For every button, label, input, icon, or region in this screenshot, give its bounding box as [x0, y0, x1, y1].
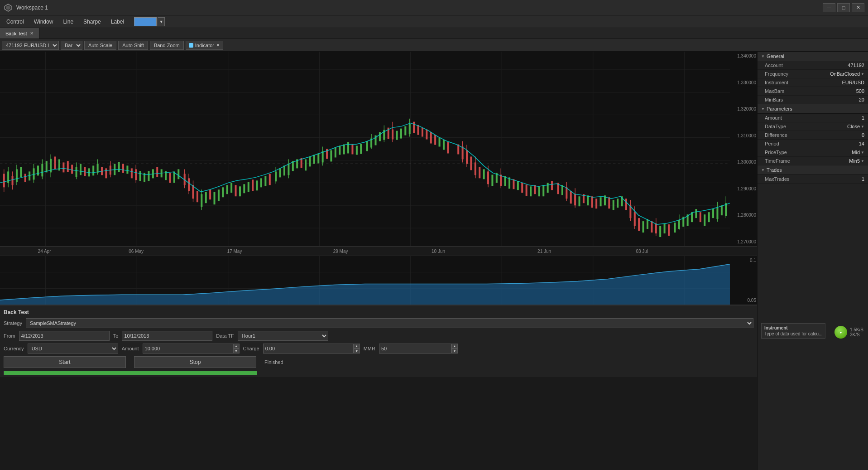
mmr-spin-up[interactable]: ▲	[451, 344, 458, 349]
strategy-label: Strategy	[4, 320, 22, 326]
charge-input[interactable]	[263, 344, 354, 354]
properties-panel: ▼ General Account 471192 Frequency OnBar…	[757, 52, 868, 470]
data-tf-select[interactable]: Hour1	[238, 331, 328, 341]
charge-spinner[interactable]: ▲ ▼	[263, 344, 360, 354]
svg-rect-41	[67, 161, 69, 172]
chart-type-select[interactable]: Bar	[61, 41, 82, 50]
charge-spin-down[interactable]: ▼	[354, 349, 360, 354]
prop-maxtrades-name: MaxTrades	[765, 176, 862, 182]
mmr-spinner[interactable]: ▲ ▼	[379, 344, 458, 354]
parameters-title: Parameters	[767, 106, 792, 111]
trades-section-header[interactable]: ▼ Trades	[758, 165, 868, 175]
svg-rect-166	[526, 184, 528, 196]
prop-timeframe[interactable]: TimeFrame Min5 ▼	[758, 157, 868, 165]
bottom-panel-title: Back Test	[4, 309, 753, 315]
y-label-7: 1.280000	[731, 213, 756, 218]
prop-pricetype-name: PriceType	[765, 150, 852, 155]
prop-pricetype-text: Mid	[852, 150, 860, 155]
prop-instrument: Instrument EUR/USD	[758, 78, 868, 87]
menu-control[interactable]: Control	[2, 17, 29, 27]
title-bar-left: Workspace 1	[4, 3, 48, 12]
stop-button[interactable]: Stop	[134, 356, 256, 368]
general-section-header[interactable]: ▼ General	[758, 52, 868, 61]
prop-pricetype[interactable]: PriceType Mid ▼	[758, 148, 868, 157]
x-label-06may: 06 May	[129, 249, 144, 254]
prop-minbars-name: MinBars	[765, 97, 859, 102]
indicator-button[interactable]: Indicator ▼	[186, 41, 223, 50]
svg-rect-99	[279, 168, 281, 177]
title-bar-controls[interactable]: ─ □ ✕	[823, 3, 864, 12]
menu-sharpe[interactable]: Sharpe	[79, 17, 106, 27]
amount-label: Amount	[122, 346, 139, 351]
svg-rect-165	[521, 183, 523, 193]
chart-area: 1.340000 1.330000 1.320000 1.310000 1.30…	[0, 52, 757, 470]
prop-amount-value: 1	[862, 115, 864, 121]
pnl-chart[interactable]: Total P/L	[0, 256, 757, 305]
svg-rect-171	[547, 183, 549, 193]
menu-line[interactable]: Line	[58, 17, 78, 27]
action-row: Start Stop Finished	[4, 356, 753, 368]
minimize-button[interactable]: ─	[823, 3, 835, 12]
amount-spinner[interactable]: ▲ ▼	[143, 344, 240, 354]
svg-rect-121	[366, 141, 368, 151]
svg-rect-90	[243, 184, 245, 193]
prop-frequency[interactable]: Frequency OnBarClosed ▼	[758, 70, 868, 78]
mmr-input[interactable]	[379, 344, 451, 354]
svg-rect-180	[579, 196, 580, 206]
menu-window[interactable]: Window	[29, 17, 58, 27]
strategy-select[interactable]: SampleSMAStrategy	[26, 318, 753, 328]
title-text: Workspace 1	[16, 5, 48, 11]
color-picker[interactable]: ▼	[134, 17, 165, 26]
menu-label[interactable]: Label	[106, 17, 129, 27]
from-label: From	[4, 333, 15, 339]
prop-timeframe-value[interactable]: Min5 ▼	[849, 158, 864, 164]
parameters-section-header[interactable]: ▼ Parameters	[758, 104, 868, 114]
color-swatch[interactable]	[134, 17, 157, 26]
svg-rect-59	[131, 168, 133, 178]
prop-datatype[interactable]: DataType Close ▼	[758, 122, 868, 131]
svg-rect-32	[37, 165, 39, 175]
amount-spin-down[interactable]: ▼	[233, 349, 240, 354]
price-chart[interactable]: 1.340000 1.330000 1.320000 1.310000 1.30…	[0, 52, 757, 247]
amount-spin-up[interactable]: ▲	[233, 344, 240, 349]
main-layout: 1.340000 1.330000 1.320000 1.310000 1.30…	[0, 52, 868, 470]
to-input[interactable]	[122, 331, 212, 341]
data-tf-label: Data TF	[216, 333, 234, 339]
svg-rect-212	[700, 212, 701, 222]
svg-rect-106	[305, 159, 307, 170]
prop-datatype-value[interactable]: Close ▼	[847, 124, 864, 129]
prop-frequency-value[interactable]: OnBarClosed ▼	[830, 71, 864, 77]
backtest-tab[interactable]: Back Test ✕	[0, 28, 39, 39]
svg-rect-131	[396, 131, 398, 140]
close-button[interactable]: ✕	[852, 3, 864, 12]
prop-amount-name: Amount	[765, 115, 862, 121]
charge-spin-up[interactable]: ▲	[354, 344, 360, 349]
color-dropdown-button[interactable]: ▼	[158, 17, 165, 26]
svg-rect-211	[695, 209, 697, 218]
mmr-spin-down[interactable]: ▼	[451, 349, 458, 354]
maximize-button[interactable]: □	[837, 3, 850, 12]
svg-rect-35	[46, 161, 48, 172]
svg-rect-144	[447, 142, 449, 154]
start-button[interactable]: Start	[4, 356, 126, 368]
symbol-select[interactable]: 471192 EUR/USD I	[2, 41, 59, 50]
indicator-arrow-icon: ▼	[216, 43, 220, 48]
band-zoom-button[interactable]: Band Zoom	[150, 41, 184, 50]
auto-scale-button[interactable]: Auto Scale	[84, 41, 116, 50]
tab-close-icon[interactable]: ✕	[30, 31, 34, 36]
instrument-tooltip-text: Type of data used for calcu...	[764, 331, 822, 336]
svg-rect-170	[542, 185, 544, 196]
svg-rect-96	[269, 174, 271, 185]
y-label-6: 1.290000	[731, 186, 756, 191]
amount-input[interactable]	[143, 344, 233, 354]
prop-pricetype-value[interactable]: Mid ▼	[852, 150, 864, 155]
from-input[interactable]	[19, 331, 110, 341]
currency-select[interactable]: USD	[28, 344, 118, 354]
prop-maxbars-name: MaxBars	[765, 88, 856, 94]
auto-shift-button[interactable]: Auto Shift	[118, 41, 148, 50]
charge-label: Charge	[243, 346, 259, 351]
currency-label: Currency	[4, 346, 24, 351]
pricetype-dropdown-icon: ▼	[861, 150, 864, 155]
svg-rect-87	[230, 183, 232, 193]
prop-instrument-value: EUR/USD	[842, 80, 864, 85]
